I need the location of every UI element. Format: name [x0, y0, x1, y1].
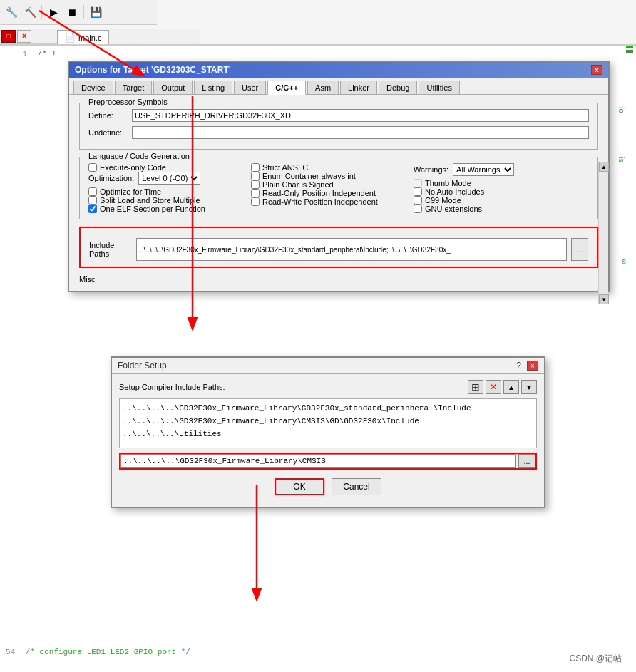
tab-label: main.c [78, 33, 101, 42]
undefine-label: Undefine: [88, 128, 128, 137]
gnu-extensions-row: GNU extensions [414, 205, 556, 213]
path-item-3[interactable]: ..\..\..\..\Utilities [123, 428, 533, 440]
split-load-row: Split Load and Store Multiple [88, 196, 245, 205]
tab-asm[interactable]: Asm [307, 81, 339, 94]
execute-only-checkbox[interactable] [88, 163, 97, 172]
code-line-1: 1 /* ! [0, 46, 636, 60]
options-dialog-close[interactable]: × [591, 65, 602, 75]
read-only-pos-checkbox[interactable] [251, 189, 260, 197]
optimize-time-label: Optimize for Time [100, 187, 161, 196]
dialog-vscrollbar[interactable]: ▲ ▼ [598, 162, 608, 304]
no-auto-includes-checkbox[interactable] [414, 187, 422, 196]
gnu-extensions-checkbox[interactable] [414, 205, 422, 213]
tab-bar: 📄 main.c [57, 29, 200, 44]
tab-debug[interactable]: Debug [379, 81, 417, 94]
magic-wand-icon[interactable]: 🔧 [3, 4, 20, 21]
include-paths-input[interactable] [136, 238, 567, 261]
small-icons-row: □ × [0, 29, 57, 44]
tab-cpp[interactable]: C/C++ [267, 81, 306, 95]
tab-device[interactable]: Device [73, 81, 113, 94]
delete-folder-btn[interactable]: ✕ [486, 380, 501, 394]
col3: Warnings: All Warnings No Warnings Thumb… [414, 163, 556, 213]
green-mark-2 [626, 50, 633, 53]
folder-titlebar-right: ? × [516, 361, 538, 371]
move-down-btn[interactable]: ▼ [521, 380, 537, 394]
ok-button[interactable]: OK [275, 478, 324, 495]
red-icon-btn[interactable]: □ [1, 30, 16, 43]
down-arrow-icon: ▼ [525, 383, 533, 391]
cancel-button[interactable]: Cancel [332, 478, 381, 495]
enum-container-row: Enum Container always int [251, 172, 408, 180]
file-icon: 📄 [65, 33, 76, 43]
split-load-label: Split Load and Store Multiple [100, 196, 200, 205]
no-auto-includes-row: No Auto Includes [414, 187, 556, 196]
folder-toolbar: Setup Compiler Include Paths: ⊞ ✕ ▲ ▼ [119, 380, 537, 394]
optimize-time-checkbox[interactable] [88, 187, 97, 196]
toolbar-separator [41, 5, 42, 19]
folder-browse-btn[interactable]: ... [518, 454, 535, 468]
optimization-label: Optimization: [88, 174, 134, 182]
path-item-1[interactable]: ..\..\..\..\GD32F30x_Firmware_Library\GD… [123, 402, 533, 415]
optimization-select[interactable]: Level 0 (-O0) Level 1 (-O1) Level 2 (-O2… [138, 172, 200, 185]
define-input[interactable] [132, 109, 589, 122]
scroll-down-btn[interactable]: ▼ [599, 294, 609, 304]
scroll-up-btn[interactable]: ▲ [599, 162, 609, 172]
new-folder-btn[interactable]: ⊞ [468, 380, 483, 394]
folder-action-icons: ⊞ ✕ ▲ ▼ [468, 380, 537, 394]
path-item-2[interactable]: ..\..\..\..\GD32F30x_Firmware_Library\CM… [123, 415, 533, 428]
warnings-select[interactable]: All Warnings No Warnings [453, 163, 514, 176]
new-icon: ⊞ [471, 381, 480, 393]
read-only-pos-row: Read-Only Position Independent [251, 189, 408, 197]
optimization-row: Optimization: Level 0 (-O0) Level 1 (-O1… [88, 172, 245, 185]
code-content-1: /* ! [38, 50, 56, 58]
folder-question-btn[interactable]: ? [516, 361, 521, 371]
define-label: Define: [88, 111, 128, 120]
one-elf-label: One ELF Section per Function [100, 205, 205, 213]
options-dialog-content: Preprocessor Symbols Define: Undefine: L… [69, 95, 608, 291]
undefine-input[interactable] [132, 126, 589, 139]
folder-action-buttons: OK Cancel [119, 478, 537, 501]
tab-target[interactable]: Target [115, 81, 153, 94]
strict-ansi-label: Strict ANSI C [262, 163, 308, 172]
folder-close-btn[interactable]: × [527, 361, 538, 371]
c99-mode-checkbox[interactable] [414, 196, 422, 205]
options-dialog-tabs: Device Target Output Listing User C/C++ … [69, 78, 608, 95]
up-arrow-icon: ▲ [508, 383, 515, 391]
close-small-btn[interactable]: × [17, 30, 31, 43]
red-icon-label: □ [6, 33, 10, 40]
run-icon[interactable]: ▶ [45, 4, 62, 21]
move-up-btn[interactable]: ▲ [503, 380, 519, 394]
tab-linker[interactable]: Linker [340, 81, 377, 94]
tab-user[interactable]: User [234, 81, 266, 94]
folder-path-input[interactable] [120, 454, 516, 468]
one-elf-checkbox[interactable] [88, 205, 97, 213]
folder-setup-titlebar: Folder Setup ? × [112, 358, 544, 374]
save-icon[interactable]: 💾 [87, 4, 104, 21]
main-c-tab[interactable]: 📄 main.c [57, 30, 109, 44]
include-paths-group: IncludePaths ... [79, 227, 598, 268]
c99-mode-row: C99 Mode [414, 196, 556, 205]
build-icon[interactable]: 🔨 [21, 4, 39, 21]
tab-utilities[interactable]: Utilities [419, 81, 459, 94]
plain-char-label: Plain Char is Signed [262, 180, 334, 189]
read-write-pos-row: Read-Write Position Independent [251, 197, 408, 206]
include-paths-browse[interactable]: ... [571, 238, 588, 261]
delete-icon: ✕ [490, 382, 497, 392]
tab-output[interactable]: Output [153, 81, 193, 94]
split-load-checkbox[interactable] [88, 196, 97, 205]
toolbar: 🔧 🔨 ▶ ⏹ 💾 [0, 0, 157, 25]
options-dialog-titlebar: Options for Target 'GD32303C_START' × [69, 62, 608, 78]
tab-listing[interactable]: Listing [194, 81, 232, 94]
language-group: Language / Code Generation Execute-only … [79, 157, 598, 219]
read-write-pos-checkbox[interactable] [251, 197, 260, 206]
enum-container-checkbox[interactable] [251, 172, 260, 180]
misc-label: Misc [79, 275, 598, 284]
plain-char-checkbox[interactable] [251, 180, 260, 189]
close-small-icon: × [22, 32, 26, 40]
stop-icon[interactable]: ⏹ [63, 4, 81, 21]
thumb-mode-checkbox[interactable] [414, 179, 422, 187]
green-mark-1 [626, 46, 633, 48]
preprocessor-group: Preprocessor Symbols Define: Undefine: [79, 103, 598, 150]
preprocessor-group-title: Preprocessor Symbols [86, 98, 170, 106]
strict-ansi-checkbox[interactable] [251, 163, 260, 172]
